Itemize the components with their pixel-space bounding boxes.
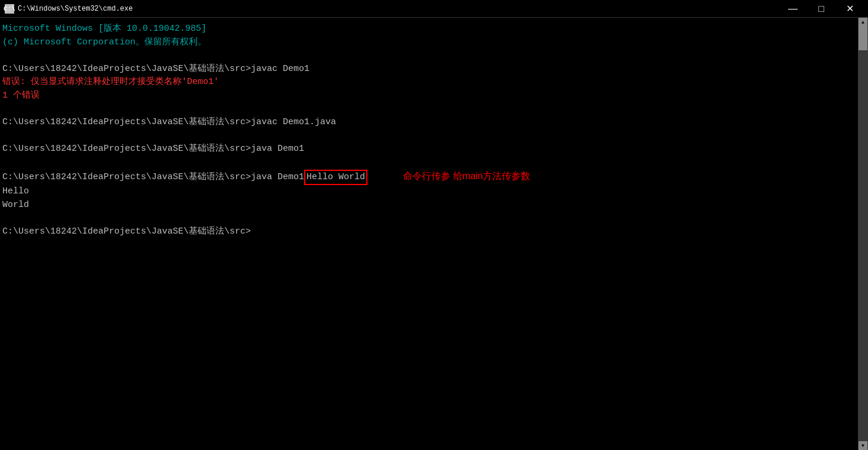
console-area[interactable]: Microsoft Windows [版本 10.0.19042.985] (c… bbox=[0, 18, 868, 450]
minimize-button[interactable]: — bbox=[779, 0, 806, 18]
hello-output-line: Hello bbox=[2, 185, 866, 199]
scrollbar-up-button[interactable]: ▲ bbox=[859, 18, 867, 27]
javac-demo1-java-line: C:\Users\18242\IdeaProjects\JavaSE\基础语法\… bbox=[2, 116, 866, 130]
annotation-text: 命令行传参 给main方法传参数 bbox=[403, 169, 530, 183]
scrollbar-track[interactable] bbox=[858, 27, 868, 441]
maximize-button[interactable]: □ bbox=[808, 0, 835, 18]
windows-version-line: Microsoft Windows [版本 10.0.19042.985] bbox=[2, 22, 866, 36]
javac-demo1-line: C:\Users\18242\IdeaProjects\JavaSE\基础语法\… bbox=[2, 63, 866, 76]
window-controls: — □ ✕ bbox=[779, 0, 863, 18]
title-bar: C:\ C:\Windows\System32\cmd.exe — □ ✕ bbox=[0, 0, 868, 18]
prompt-3: C:\Users\18242\IdeaProjects\JavaSE\基础语法\… bbox=[2, 63, 251, 76]
hello-world-box: Hello World bbox=[304, 170, 367, 186]
cmd-window: C:\ C:\Windows\System32\cmd.exe — □ ✕ Mi… bbox=[0, 0, 868, 450]
prompt-final: C:\Users\18242\IdeaProjects\JavaSE\基础语法\… bbox=[2, 225, 251, 239]
cmd-8: java Demo1 bbox=[251, 171, 304, 184]
scrollbar[interactable]: ▲ ▼ bbox=[858, 18, 868, 450]
copyright-line: (c) Microsoft Corporation。保留所有权利。 bbox=[2, 36, 866, 50]
final-prompt-line: C:\Users\18242\IdeaProjects\JavaSE\基础语法\… bbox=[2, 225, 866, 239]
java-demo1-hello-world-line: C:\Users\18242\IdeaProjects\JavaSE\基础语法\… bbox=[2, 169, 866, 186]
window-title: C:\Windows\System32\cmd.exe bbox=[18, 5, 779, 13]
error-count-line: 1 个错误 bbox=[2, 89, 866, 103]
java-demo1-line: C:\Users\18242\IdeaProjects\JavaSE\基础语法\… bbox=[2, 143, 866, 156]
scrollbar-down-button[interactable]: ▼ bbox=[859, 441, 867, 450]
error-line: 错误: 仅当显式请求注释处理时才接受类名称'Demo1' bbox=[2, 76, 866, 89]
cmd-icon: C:\ bbox=[5, 4, 14, 14]
prompt-8: C:\Users\18242\IdeaProjects\JavaSE\基础语法\… bbox=[2, 171, 251, 184]
cmd-6: javac Demo1.java bbox=[251, 116, 336, 130]
prompt-6: C:\Users\18242\IdeaProjects\JavaSE\基础语法\… bbox=[2, 116, 251, 130]
world-output-line: World bbox=[2, 199, 866, 212]
scrollbar-thumb[interactable] bbox=[859, 27, 867, 50]
cmd-7: java Demo1 bbox=[251, 143, 304, 156]
prompt-7: C:\Users\18242\IdeaProjects\JavaSE\基础语法\… bbox=[2, 143, 251, 156]
close-button[interactable]: ✕ bbox=[836, 0, 863, 18]
cmd-3: javac Demo1 bbox=[251, 63, 309, 76]
